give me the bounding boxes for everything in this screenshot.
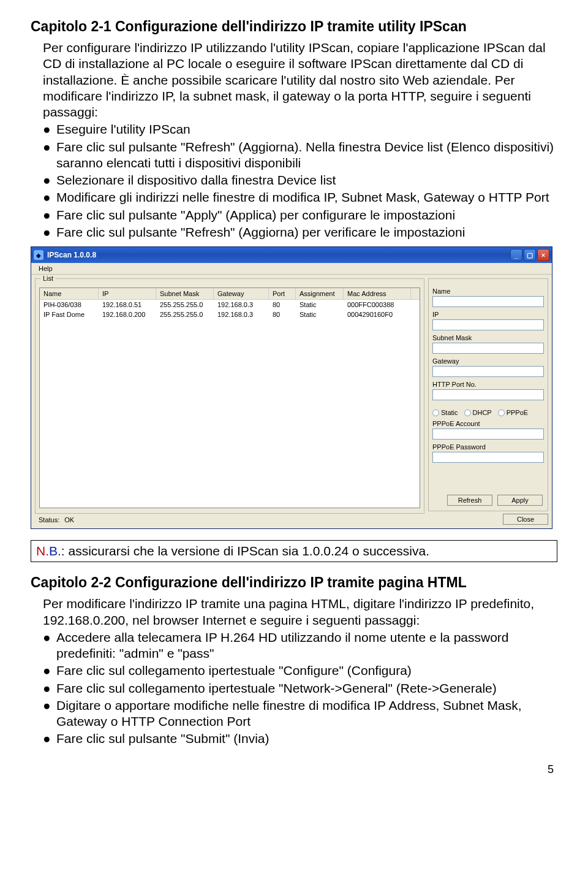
status-value: OK bbox=[64, 516, 74, 524]
close-row: Close bbox=[428, 511, 548, 525]
col-ip[interactable]: IP bbox=[99, 288, 156, 299]
cell-port: 80 bbox=[269, 300, 296, 310]
bullet-text: Fare clic sul pulsante "Submit" (Invia) bbox=[56, 731, 557, 747]
label-pppoe-account: PPPoE Account bbox=[432, 420, 544, 427]
list-legend: List bbox=[40, 275, 56, 282]
refresh-button[interactable]: Refresh bbox=[447, 495, 492, 506]
label-http-port: HTTP Port No. bbox=[432, 381, 544, 388]
close-button[interactable]: × bbox=[537, 249, 549, 261]
radio-icon bbox=[464, 409, 471, 416]
label-gateway: Gateway bbox=[432, 357, 544, 365]
apply-button[interactable]: Apply bbox=[497, 495, 543, 506]
cell-ip: 192.168.0.200 bbox=[99, 310, 156, 319]
bullet-item: ● Modificare gli indirizzi nelle finestr… bbox=[43, 189, 557, 205]
cell-gateway: 192.168.0.3 bbox=[214, 310, 269, 319]
bullet-text: Modificare gli indirizzi nelle finestre … bbox=[56, 189, 557, 205]
label-subnet-mask: Subnet Mask bbox=[432, 334, 544, 341]
window-title: IPScan 1.0.0.8 bbox=[47, 251, 510, 259]
menubar: Help bbox=[31, 263, 552, 275]
cell-name: PIH-036/038 bbox=[40, 300, 99, 310]
input-gateway[interactable] bbox=[432, 366, 544, 377]
input-pppoe-password[interactable] bbox=[432, 452, 544, 463]
input-pppoe-account[interactable] bbox=[432, 428, 544, 440]
input-ip[interactable] bbox=[432, 319, 544, 330]
bullet-text: Digitare o apportare modifiche nelle fin… bbox=[56, 698, 557, 730]
ipscan-window: ◆ IPScan 1.0.0.8 _ ▢ × Help List Name IP… bbox=[31, 246, 552, 529]
app-icon: ◆ bbox=[34, 250, 43, 260]
menu-help[interactable]: Help bbox=[35, 264, 56, 273]
cell-ip: 192.168.0.51 bbox=[99, 300, 156, 310]
note-n: N. bbox=[36, 544, 49, 558]
col-assignment[interactable]: Assignment bbox=[296, 288, 344, 299]
col-gateway[interactable]: Gateway bbox=[214, 288, 269, 299]
bullet-item: ● Fare clic sul pulsante "Submit" (Invia… bbox=[43, 731, 557, 747]
minimize-button[interactable]: _ bbox=[510, 249, 522, 261]
col-port[interactable]: Port bbox=[269, 288, 296, 299]
cell-mac: 0004290160F0 bbox=[344, 310, 411, 319]
window-controls: _ ▢ × bbox=[510, 249, 549, 261]
table-row[interactable]: IP Fast Dome 192.168.0.200 255.255.255.0… bbox=[40, 310, 420, 319]
cell-assignment: Static bbox=[296, 310, 344, 319]
label-name: Name bbox=[432, 288, 544, 295]
bullet-text: Accedere alla telecamera IP H.264 HD uti… bbox=[56, 630, 557, 662]
bullet-item: ● Fare clic sul collegamento ipertestual… bbox=[43, 680, 557, 696]
bullet-item: ● Fare clic sul collegamento ipertestual… bbox=[43, 663, 557, 679]
status-row: Status: OK bbox=[35, 514, 424, 525]
bullet-text: Fare clic sul pulsante "Refresh" (Aggior… bbox=[56, 139, 557, 172]
radio-static[interactable]: Static bbox=[432, 409, 458, 416]
bullet-icon: ● bbox=[43, 207, 56, 223]
device-list[interactable]: Name IP Subnet Mask Gateway Port Assignm… bbox=[39, 288, 420, 508]
col-mac[interactable]: Mac Address bbox=[344, 288, 411, 299]
refresh-apply-row: Refresh Apply bbox=[447, 495, 543, 506]
bullet-icon: ● bbox=[43, 189, 56, 205]
bullet-text: Fare clic sul collegamento ipertestuale … bbox=[56, 680, 557, 696]
edit-groupbox: Name IP Subnet Mask Gateway HTTP Port No… bbox=[428, 278, 548, 511]
bullet-item: ● Fare clic sul pulsante "Apply" (Applic… bbox=[43, 207, 557, 223]
maximize-button[interactable]: ▢ bbox=[524, 249, 536, 261]
col-subnet-mask[interactable]: Subnet Mask bbox=[156, 288, 214, 299]
cell-name: IP Fast Dome bbox=[40, 310, 99, 319]
cell-port: 80 bbox=[269, 310, 296, 319]
bullet-text: Fare clic sul collegamento ipertestuale … bbox=[56, 663, 557, 679]
client-area: List Name IP Subnet Mask Gateway Port As… bbox=[31, 275, 552, 528]
list-panel: List Name IP Subnet Mask Gateway Port As… bbox=[35, 278, 424, 525]
radio-dhcp[interactable]: DHCP bbox=[464, 409, 492, 416]
bullet-icon: ● bbox=[43, 731, 56, 747]
bullet-icon: ● bbox=[43, 172, 56, 188]
bullet-icon: ● bbox=[43, 139, 56, 172]
bullet-item: ● Fare clic sul pulsante "Refresh" (Aggi… bbox=[43, 139, 557, 172]
table-row[interactable]: PIH-036/038 192.168.0.51 255.255.255.0 1… bbox=[40, 300, 420, 310]
bullet-icon: ● bbox=[43, 680, 56, 696]
note-b: B. bbox=[49, 544, 61, 558]
section1-paragraph: Per configurare l'indirizzo IP utilizzan… bbox=[43, 40, 557, 120]
page-number: 5 bbox=[31, 763, 557, 776]
bullet-icon: ● bbox=[43, 121, 56, 137]
radio-pppoe[interactable]: PPPoE bbox=[498, 409, 528, 416]
bullet-icon: ● bbox=[43, 630, 56, 662]
bullet-icon: ● bbox=[43, 698, 56, 730]
bullet-text: Eseguire l'utility IPScan bbox=[56, 121, 557, 137]
edit-panel: Name IP Subnet Mask Gateway HTTP Port No… bbox=[428, 278, 548, 525]
status-label: Status: bbox=[39, 516, 59, 524]
list-header-row: Name IP Subnet Mask Gateway Port Assignm… bbox=[40, 288, 420, 300]
input-subnet-mask[interactable] bbox=[432, 343, 544, 354]
bullet-item: ● Selezionare il dispositivo dalla fines… bbox=[43, 172, 557, 188]
bullet-text: Fare clic sul pulsante "Apply" (Applica)… bbox=[56, 207, 557, 223]
label-ip: IP bbox=[432, 311, 544, 318]
list-groupbox: List Name IP Subnet Mask Gateway Port As… bbox=[35, 278, 424, 514]
bullet-item: ● Digitare o apportare modifiche nelle f… bbox=[43, 698, 557, 730]
radio-icon bbox=[498, 409, 505, 416]
bullet-item: ● Eseguire l'utility IPScan bbox=[43, 121, 557, 137]
cell-mac: 000FFC000388 bbox=[344, 300, 411, 310]
input-http-port[interactable] bbox=[432, 389, 544, 400]
close-window-button[interactable]: Close bbox=[503, 514, 548, 525]
note-box: N.B.: assicurarsi che la versione di IPS… bbox=[31, 540, 557, 562]
bullet-item: ● Accedere alla telecamera IP H.264 HD u… bbox=[43, 630, 557, 662]
col-name[interactable]: Name bbox=[40, 288, 99, 299]
cell-mask: 255.255.255.0 bbox=[156, 310, 214, 319]
input-name[interactable] bbox=[432, 296, 544, 307]
section1-heading: Capitolo 2-1 Configurazione dell'indiriz… bbox=[31, 18, 557, 35]
cell-assignment: Static bbox=[296, 300, 344, 310]
assignment-radios: Static DHCP PPPoE bbox=[432, 409, 544, 416]
cell-gateway: 192.168.0.3 bbox=[214, 300, 269, 310]
